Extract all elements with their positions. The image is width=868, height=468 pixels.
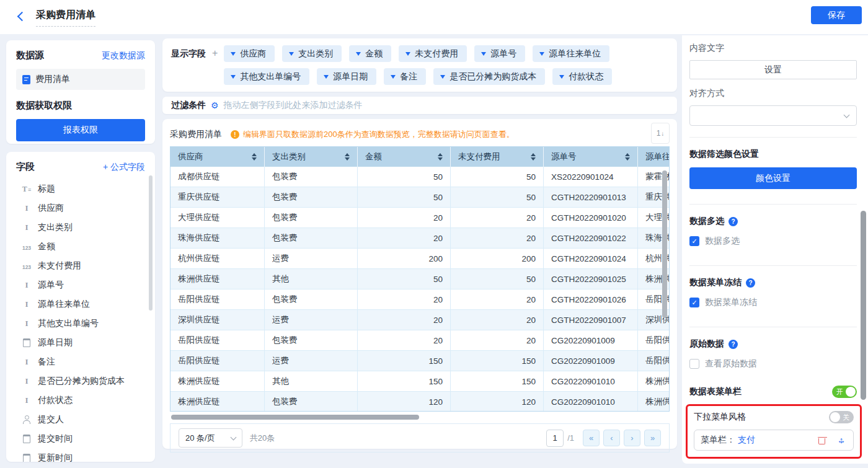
first-page-button[interactable]: « bbox=[583, 430, 600, 446]
column-header-label: 金额 bbox=[365, 151, 382, 162]
display-field-chip[interactable]: 其他支出单编号 bbox=[224, 68, 309, 85]
field-item[interactable]: 源单往来单位 bbox=[16, 294, 145, 314]
page-title[interactable]: 采购费用清单 bbox=[36, 9, 95, 27]
table-cell: 50 bbox=[358, 167, 451, 187]
table-vertical-scrollbar[interactable] bbox=[662, 170, 667, 318]
column-header-label: 支出类别 bbox=[272, 151, 306, 162]
caret-down-icon bbox=[324, 75, 329, 79]
help-icon[interactable]: ? bbox=[746, 278, 755, 288]
sort-arrows-icon[interactable] bbox=[438, 153, 443, 161]
table-row: 株洲供应链其他5050CGTH20220901025株洲供应链 bbox=[170, 269, 670, 289]
field-item[interactable]: 备注 bbox=[16, 352, 145, 371]
datasource-item[interactable]: 费用清单 bbox=[16, 69, 145, 90]
trash-icon[interactable] bbox=[818, 436, 826, 445]
preview-warning: ! 编辑界面只取数据源前200条作为查询数据预览，完整数据请访问页面查看。 bbox=[231, 129, 515, 140]
display-field-chip[interactable]: 付款状态 bbox=[552, 68, 612, 85]
field-item[interactable]: 支出类别 bbox=[16, 218, 145, 237]
column-header[interactable]: 金额 bbox=[358, 147, 451, 167]
field-item[interactable]: 供应商 bbox=[16, 198, 145, 218]
dropdown-style-toggle-off[interactable]: 关 bbox=[829, 411, 854, 423]
table-cell: 50 bbox=[451, 269, 544, 289]
fields-panel: 字段 + 公式字段 标题供应商支出类别金额未支付费用源单号源单往来单位其他支出单… bbox=[6, 152, 155, 462]
field-item-label: 源单往来单位 bbox=[38, 299, 90, 310]
field-item[interactable]: 提交时间 bbox=[16, 429, 145, 448]
align-select[interactable] bbox=[689, 105, 857, 126]
table-cell: 杭州供应链 bbox=[170, 249, 265, 269]
sort-arrows-icon[interactable] bbox=[252, 153, 257, 161]
add-formula-field-link[interactable]: + 公式字段 bbox=[103, 162, 145, 173]
display-field-chip[interactable]: 支出类别 bbox=[282, 45, 342, 62]
menu-item-value[interactable]: 支付 bbox=[738, 435, 755, 446]
field-item[interactable]: 源单号 bbox=[16, 275, 145, 294]
display-field-chip[interactable]: 是否已分摊为购货成本 bbox=[433, 68, 545, 85]
fields-scrollbar[interactable] bbox=[149, 175, 153, 311]
field-item-label: 是否已分摊为购货成本 bbox=[38, 376, 125, 387]
table-cell: 运费 bbox=[265, 351, 358, 371]
save-button[interactable]: 保存 bbox=[811, 6, 862, 24]
field-item[interactable]: 未支付费用 bbox=[16, 256, 145, 275]
sort-arrows-icon[interactable] bbox=[625, 153, 630, 161]
table-cell: 株洲供应链 bbox=[638, 371, 670, 392]
help-icon[interactable]: ? bbox=[728, 217, 738, 226]
date-icon bbox=[21, 454, 32, 462]
multi-select-label: 数据多选 ? bbox=[689, 216, 857, 227]
align-label: 对齐方式 bbox=[689, 88, 857, 99]
display-field-chip[interactable]: 备注 bbox=[384, 68, 426, 85]
display-field-chip[interactable]: 金额 bbox=[349, 45, 391, 62]
field-item[interactable]: 金额 bbox=[16, 237, 145, 256]
multi-select-checkbox[interactable]: ✓ bbox=[689, 236, 699, 246]
field-item[interactable]: 是否已分摊为购货成本 bbox=[16, 371, 145, 391]
sort-order-button[interactable]: 1 ↓ bbox=[651, 123, 670, 144]
last-page-button[interactable]: » bbox=[644, 430, 661, 446]
display-field-chip[interactable]: 源单日期 bbox=[317, 68, 376, 85]
sort-arrows-icon[interactable] bbox=[345, 153, 350, 161]
column-header[interactable]: 供应商 bbox=[170, 147, 265, 167]
field-item[interactable]: 更新时间 bbox=[16, 448, 145, 462]
table-horizontal-scrollbar[interactable] bbox=[171, 415, 419, 420]
content-settings-button[interactable]: 设置 bbox=[689, 60, 857, 79]
table-cell: 20 bbox=[358, 310, 451, 330]
column-header[interactable]: 源单往来单位 bbox=[638, 147, 670, 167]
window-scrollbar[interactable] bbox=[861, 211, 866, 400]
sort-arrows-icon[interactable] bbox=[531, 153, 536, 161]
field-item-label: 支出类别 bbox=[38, 222, 73, 233]
raw-data-label: 原始数据 ? bbox=[689, 338, 857, 350]
gear-icon[interactable]: ⚙ bbox=[211, 101, 219, 110]
filter-color-label: 数据筛选颜色设置 bbox=[689, 149, 857, 160]
menubar-item-row[interactable]: 菜单栏： 支付 bbox=[694, 430, 854, 451]
page-size-select[interactable]: 20 条/页 bbox=[179, 428, 242, 448]
display-fields-panel: 显示字段 + 供应商支出类别金额未支付费用源单号源单往来单位其他支出单编号源单日… bbox=[162, 38, 677, 92]
table-cell: 50 bbox=[451, 167, 544, 187]
current-page-input[interactable]: 1 bbox=[546, 430, 564, 447]
column-header[interactable]: 未支付费用 bbox=[451, 147, 544, 167]
caret-down-icon bbox=[440, 75, 445, 79]
next-page-button[interactable]: › bbox=[624, 430, 640, 446]
field-item[interactable]: 标题 bbox=[16, 179, 145, 198]
column-header[interactable]: 支出类别 bbox=[265, 147, 358, 167]
field-item[interactable]: 源单日期 bbox=[16, 333, 145, 352]
report-permission-button[interactable]: 报表权限 bbox=[16, 119, 145, 141]
prev-page-button[interactable]: ‹ bbox=[603, 430, 620, 446]
menubar-toggle-on[interactable]: 开 bbox=[832, 386, 857, 398]
display-field-chip[interactable]: 未支付费用 bbox=[399, 45, 467, 62]
field-item[interactable]: 其他支出单编号 bbox=[16, 314, 145, 333]
raw-data-checkbox[interactable] bbox=[689, 359, 699, 369]
color-settings-button[interactable]: 颜色设置 bbox=[689, 167, 857, 189]
change-datasource-link[interactable]: 更改数据源 bbox=[102, 50, 145, 61]
display-field-chip[interactable]: 供应商 bbox=[224, 45, 275, 62]
table-header-row: 供应商支出类别金额未支付费用源单号源单往来单位 bbox=[170, 147, 670, 167]
column-header[interactable]: 源单号 bbox=[544, 147, 638, 167]
add-display-field-button[interactable]: + bbox=[212, 45, 218, 85]
table-cell: 岳阳供应链 bbox=[170, 330, 265, 351]
title-icon bbox=[21, 183, 32, 194]
display-field-chip[interactable]: 源单往来单位 bbox=[533, 45, 609, 62]
field-item[interactable]: 付款状态 bbox=[16, 391, 145, 410]
menubar-label: 数据表菜单栏 bbox=[689, 386, 742, 397]
display-field-chip[interactable]: 源单号 bbox=[474, 45, 525, 62]
table-cell: 120 bbox=[358, 392, 451, 412]
back-icon[interactable] bbox=[17, 12, 27, 22]
move-icon[interactable] bbox=[837, 435, 847, 445]
help-icon[interactable]: ? bbox=[728, 340, 738, 349]
menu-freeze-checkbox[interactable]: ✓ bbox=[689, 298, 699, 307]
field-item[interactable]: 提交人 bbox=[16, 410, 145, 429]
